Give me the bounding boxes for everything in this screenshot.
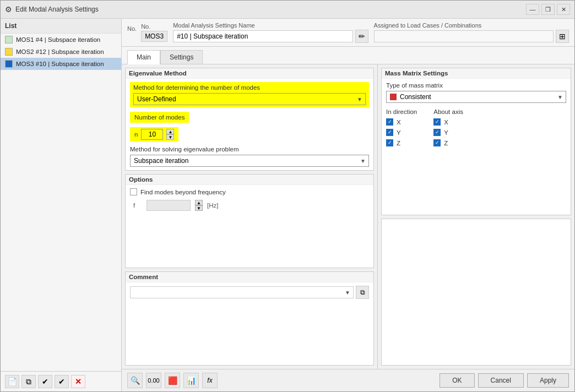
copy-item-button[interactable]: ⧉ bbox=[21, 375, 36, 388]
axis-z-item: Z bbox=[433, 139, 463, 146]
assigned-input[interactable] bbox=[374, 30, 554, 42]
axis-x-checkbox[interactable] bbox=[433, 118, 441, 126]
mass-type-display[interactable]: Consistent ▼ bbox=[386, 91, 566, 103]
num-modes-down[interactable]: ▼ bbox=[166, 134, 174, 140]
cancel-button[interactable]: Cancel bbox=[478, 373, 524, 388]
dir-y-label: Y bbox=[397, 129, 401, 136]
formula-bottom-button[interactable]: fx bbox=[202, 373, 218, 388]
window-title: Edit Modal Analysis Settings bbox=[15, 6, 99, 13]
modes-method-select[interactable]: User-Defined Global By Mode bbox=[133, 93, 366, 105]
sidebar: List MOS1 #4 | Subspace iteration MOS2 #… bbox=[1, 19, 122, 391]
solve-method-select-wrapper: Subspace iteration Lanczos ICG Lanczos bbox=[130, 155, 369, 167]
about-axis-col: About axis X Y bbox=[433, 108, 463, 146]
find-modes-checkbox[interactable] bbox=[130, 188, 137, 195]
axis-y-item: Y bbox=[433, 129, 463, 136]
value-bottom-button[interactable]: 0.00 bbox=[146, 373, 161, 388]
mos3-color bbox=[5, 60, 13, 68]
mass-matrix-body: Type of mass matrix Consistent ▼ bbox=[382, 79, 571, 150]
options-title: Options bbox=[126, 175, 373, 185]
bottom-bar: 🔍 0.00 🟥 📊 fx OK Cancel Apply bbox=[122, 369, 574, 391]
chart-bottom-button[interactable]: 📊 bbox=[183, 373, 199, 388]
tab-settings[interactable]: Settings bbox=[160, 50, 203, 64]
top-info-bar: No. No. MOS3 Modal Analysis Settings Nam… bbox=[122, 19, 574, 47]
sidebar-item-mos1[interactable]: MOS1 #4 | Subspace iteration bbox=[1, 34, 121, 46]
right-lower-area bbox=[381, 219, 571, 366]
dir-z-item: Z bbox=[386, 139, 417, 146]
mass-type-value: Consistent bbox=[400, 93, 431, 101]
eigenvalue-section: Eigenvalue Method Method for determining… bbox=[125, 68, 374, 171]
dir-x-checkbox[interactable] bbox=[386, 118, 393, 126]
mass-type-label: Type of mass matrix bbox=[386, 82, 566, 89]
dir-y-checkbox[interactable] bbox=[386, 129, 393, 136]
freq-input[interactable] bbox=[147, 200, 191, 211]
name-edit-button[interactable]: ✏ bbox=[355, 30, 368, 43]
find-modes-label: Find modes beyond frequency bbox=[140, 189, 226, 195]
num-modes-label: Number of modes bbox=[134, 114, 185, 121]
sidebar-item-mos1-label: MOS1 #4 | Subspace iteration bbox=[16, 36, 100, 43]
panels-wrapper: Eigenvalue Method Method for determining… bbox=[122, 64, 574, 369]
assigned-section: Assigned to Load Cases / Combinations ⊞ bbox=[374, 22, 569, 43]
tab-main[interactable]: Main bbox=[127, 50, 160, 64]
assigned-edit-button[interactable]: ⊞ bbox=[556, 30, 569, 43]
comment-select[interactable] bbox=[130, 286, 354, 298]
mass-matrix-title: Mass Matrix Settings bbox=[382, 68, 571, 79]
axis-checkboxes: X Y Z bbox=[433, 118, 463, 146]
bottom-left: 🔍 0.00 🟥 📊 fx bbox=[127, 373, 218, 388]
mos2-color bbox=[5, 48, 13, 56]
num-modes-input[interactable] bbox=[141, 129, 163, 140]
comment-input-row: ▼ ⧉ bbox=[130, 286, 369, 299]
freq-down[interactable]: ▼ bbox=[195, 205, 203, 211]
check2-button[interactable]: ✔ bbox=[55, 375, 69, 388]
window-icon: ⚙ bbox=[5, 5, 12, 14]
bottom-right: OK Cancel Apply bbox=[440, 373, 569, 388]
new-item-button[interactable]: 📄 bbox=[5, 375, 19, 388]
axis-z-checkbox[interactable] bbox=[433, 139, 441, 146]
name-section: Modal Analysis Settings Name ✏ bbox=[173, 22, 368, 43]
restore-button[interactable]: ❐ bbox=[541, 4, 555, 15]
num-modes-block: Number of modes bbox=[130, 112, 189, 123]
no-value: MOS3 bbox=[141, 31, 167, 42]
name-input-row: ✏ bbox=[173, 30, 368, 43]
title-bar: ⚙ Edit Modal Analysis Settings — ❐ ✕ bbox=[1, 1, 574, 19]
modes-method-block: Method for determining the number of mod… bbox=[130, 82, 369, 107]
check1-button[interactable]: ✔ bbox=[38, 375, 52, 388]
freq-up[interactable]: ▲ bbox=[195, 200, 203, 205]
close-button[interactable]: ✕ bbox=[557, 4, 570, 15]
dir-z-checkbox[interactable] bbox=[386, 139, 393, 146]
eigenvalue-title: Eigenvalue Method bbox=[126, 68, 373, 79]
solve-method-label: Method for solving eigenvalue problem bbox=[130, 146, 369, 153]
mass-type-select-wrapper: Consistent ▼ bbox=[386, 91, 566, 103]
sidebar-item-mos2-label: MOS2 #12 | Subspace iteration bbox=[16, 48, 104, 55]
search-bottom-button[interactable]: 🔍 bbox=[127, 373, 143, 388]
comment-copy-button[interactable]: ⧉ bbox=[356, 286, 369, 299]
about-axis-header: About axis bbox=[433, 108, 463, 115]
delete-item-button[interactable]: ✕ bbox=[71, 375, 85, 388]
name-input[interactable] bbox=[173, 30, 352, 42]
axis-y-checkbox[interactable] bbox=[433, 129, 441, 136]
apply-button[interactable]: Apply bbox=[527, 373, 569, 388]
n-label: n bbox=[134, 131, 138, 138]
comment-body: ▼ ⧉ bbox=[126, 282, 373, 302]
num-modes-up[interactable]: ▲ bbox=[166, 129, 174, 134]
minimize-button[interactable]: — bbox=[526, 4, 539, 15]
tabs-row: Main Settings bbox=[122, 47, 574, 64]
assigned-input-row: ⊞ bbox=[374, 30, 569, 43]
main-panel: No. No. MOS3 Modal Analysis Settings Nam… bbox=[122, 19, 574, 391]
no-label: No. bbox=[127, 25, 137, 32]
solve-method-select[interactable]: Subspace iteration Lanczos ICG Lanczos bbox=[130, 155, 369, 167]
sidebar-bottom: 📄 ⧉ ✔ ✔ ✕ bbox=[1, 371, 121, 391]
axis-y-label: Y bbox=[444, 129, 448, 136]
modes-method-label: Method for determining the number of mod… bbox=[133, 84, 366, 91]
freq-spinner: ▲ ▼ bbox=[195, 200, 203, 211]
axis-x-label: X bbox=[444, 119, 448, 126]
color-bottom-button[interactable]: 🟥 bbox=[165, 373, 180, 388]
num-modes-spinner: ▲ ▼ bbox=[166, 129, 174, 140]
dir-x-item: X bbox=[386, 118, 417, 126]
sidebar-list: MOS1 #4 | Subspace iteration MOS2 #12 | … bbox=[1, 34, 121, 371]
sidebar-item-mos3[interactable]: MOS3 #10 | Subspace iteration bbox=[1, 58, 121, 70]
ok-button[interactable]: OK bbox=[440, 373, 474, 388]
sidebar-item-mos2[interactable]: MOS2 #12 | Subspace iteration bbox=[1, 46, 121, 58]
mos1-color bbox=[5, 36, 13, 43]
mass-matrix-section: Mass Matrix Settings Type of mass matrix… bbox=[381, 68, 571, 215]
mass-color-indicator bbox=[390, 94, 397, 100]
